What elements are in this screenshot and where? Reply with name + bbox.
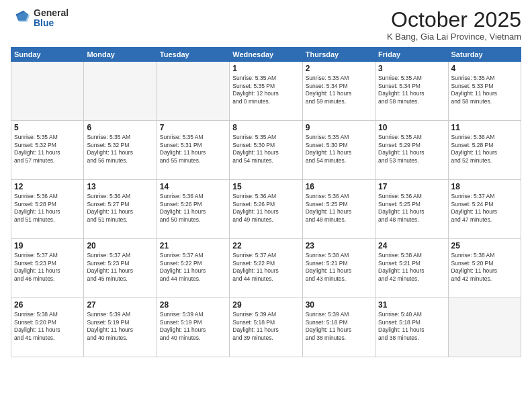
day-number: 21: [160, 241, 226, 250]
day-info: Sunrise: 5:37 AMSunset: 5:23 PMDaylight:…: [14, 252, 81, 283]
table-row: 5Sunrise: 5:35 AMSunset: 5:32 PMDaylight…: [11, 121, 84, 180]
day-info: Sunrise: 5:38 AMSunset: 5:20 PMDaylight:…: [451, 252, 518, 283]
table-row: 2Sunrise: 5:35 AMSunset: 5:34 PMDaylight…: [302, 62, 375, 121]
calendar-week-row: 1Sunrise: 5:35 AMSunset: 5:35 PMDaylight…: [11, 62, 521, 121]
day-number: 14: [160, 182, 226, 191]
day-info: Sunrise: 5:35 AMSunset: 5:35 PMDaylight:…: [232, 75, 299, 105]
header: General Blue October 2025 K Bang, Gia La…: [11, 8, 521, 42]
day-info: Sunrise: 5:36 AMSunset: 5:27 PMDaylight:…: [87, 193, 153, 224]
calendar-week-row: 12Sunrise: 5:36 AMSunset: 5:28 PMDayligh…: [11, 180, 521, 239]
table-row: 6Sunrise: 5:35 AMSunset: 5:32 PMDaylight…: [84, 121, 157, 180]
day-number: 13: [87, 182, 153, 191]
day-number: 4: [451, 64, 518, 73]
calendar-week-row: 26Sunrise: 5:38 AMSunset: 5:20 PMDayligh…: [11, 298, 521, 357]
calendar-table: Sunday Monday Tuesday Wednesday Thursday…: [11, 47, 521, 357]
table-row: 30Sunrise: 5:39 AMSunset: 5:18 PMDayligh…: [302, 298, 375, 357]
calendar-week-row: 5Sunrise: 5:35 AMSunset: 5:32 PMDaylight…: [11, 121, 521, 180]
day-number: 23: [306, 241, 372, 250]
day-info: Sunrise: 5:35 AMSunset: 5:30 PMDaylight:…: [306, 134, 372, 165]
day-number: 24: [378, 241, 445, 250]
day-info: Sunrise: 5:38 AMSunset: 5:21 PMDaylight:…: [378, 252, 445, 283]
table-row: 12Sunrise: 5:36 AMSunset: 5:28 PMDayligh…: [11, 180, 84, 239]
day-number: 15: [232, 182, 299, 191]
day-number: 16: [306, 182, 372, 191]
header-monday: Monday: [84, 48, 157, 62]
table-row: 15Sunrise: 5:36 AMSunset: 5:26 PMDayligh…: [230, 180, 302, 239]
day-info: Sunrise: 5:38 AMSunset: 5:20 PMDaylight:…: [14, 311, 81, 342]
header-thursday: Thursday: [302, 48, 375, 62]
day-info: Sunrise: 5:36 AMSunset: 5:26 PMDaylight:…: [232, 193, 299, 224]
table-row: 4Sunrise: 5:35 AMSunset: 5:33 PMDaylight…: [448, 62, 521, 121]
day-info: Sunrise: 5:37 AMSunset: 5:24 PMDaylight:…: [451, 193, 518, 224]
day-info: Sunrise: 5:35 AMSunset: 5:33 PMDaylight:…: [451, 75, 518, 105]
day-number: 10: [378, 123, 445, 132]
table-row: 10Sunrise: 5:35 AMSunset: 5:29 PMDayligh…: [375, 121, 448, 180]
day-number: 8: [232, 123, 299, 132]
month-title: October 2025: [387, 8, 521, 32]
day-info: Sunrise: 5:36 AMSunset: 5:28 PMDaylight:…: [14, 193, 81, 224]
day-number: 1: [232, 64, 299, 73]
day-number: 7: [160, 123, 226, 132]
logo-text: General Blue: [34, 8, 69, 29]
location-label: K Bang, Gia Lai Province, Vietnam: [387, 32, 521, 42]
header-wednesday: Wednesday: [230, 48, 302, 62]
day-info: Sunrise: 5:35 AMSunset: 5:30 PMDaylight:…: [232, 134, 299, 165]
day-info: Sunrise: 5:35 AMSunset: 5:32 PMDaylight:…: [14, 134, 81, 165]
day-info: Sunrise: 5:36 AMSunset: 5:25 PMDaylight:…: [378, 193, 445, 224]
day-info: Sunrise: 5:35 AMSunset: 5:29 PMDaylight:…: [378, 134, 445, 165]
day-number: 9: [306, 123, 372, 132]
table-row: 8Sunrise: 5:35 AMSunset: 5:30 PMDaylight…: [230, 121, 302, 180]
day-info: Sunrise: 5:39 AMSunset: 5:18 PMDaylight:…: [232, 311, 299, 342]
day-number: 28: [160, 300, 226, 310]
day-number: 6: [87, 123, 153, 132]
day-info: Sunrise: 5:37 AMSunset: 5:22 PMDaylight:…: [160, 252, 226, 283]
table-row: 1Sunrise: 5:35 AMSunset: 5:35 PMDaylight…: [230, 62, 302, 121]
table-row: 22Sunrise: 5:37 AMSunset: 5:22 PMDayligh…: [230, 239, 302, 298]
header-friday: Friday: [375, 48, 448, 62]
table-row: 17Sunrise: 5:36 AMSunset: 5:25 PMDayligh…: [375, 180, 448, 239]
day-number: 3: [378, 64, 445, 73]
table-row: 28Sunrise: 5:39 AMSunset: 5:19 PMDayligh…: [157, 298, 229, 357]
day-number: 30: [306, 300, 372, 310]
day-number: 5: [14, 123, 81, 132]
table-row: 13Sunrise: 5:36 AMSunset: 5:27 PMDayligh…: [84, 180, 157, 239]
day-number: 27: [87, 300, 153, 310]
day-info: Sunrise: 5:39 AMSunset: 5:19 PMDaylight:…: [87, 311, 153, 342]
table-row: 18Sunrise: 5:37 AMSunset: 5:24 PMDayligh…: [448, 180, 521, 239]
logo-blue-label: Blue: [34, 18, 69, 28]
day-info: Sunrise: 5:35 AMSunset: 5:34 PMDaylight:…: [306, 75, 372, 105]
day-number: 18: [451, 182, 518, 191]
day-number: 26: [14, 300, 81, 310]
day-info: Sunrise: 5:40 AMSunset: 5:18 PMDaylight:…: [378, 311, 445, 342]
table-row: 16Sunrise: 5:36 AMSunset: 5:25 PMDayligh…: [302, 180, 375, 239]
table-row: 20Sunrise: 5:37 AMSunset: 5:23 PMDayligh…: [84, 239, 157, 298]
day-info: Sunrise: 5:37 AMSunset: 5:22 PMDaylight:…: [232, 252, 299, 283]
title-block: October 2025 K Bang, Gia Lai Province, V…: [387, 8, 521, 42]
table-row: 7Sunrise: 5:35 AMSunset: 5:31 PMDaylight…: [157, 121, 229, 180]
table-row: 23Sunrise: 5:38 AMSunset: 5:21 PMDayligh…: [302, 239, 375, 298]
table-row: 11Sunrise: 5:36 AMSunset: 5:28 PMDayligh…: [448, 121, 521, 180]
table-row: 31Sunrise: 5:40 AMSunset: 5:18 PMDayligh…: [375, 298, 448, 357]
day-number: 31: [378, 300, 445, 310]
table-row: 25Sunrise: 5:38 AMSunset: 5:20 PMDayligh…: [448, 239, 521, 298]
table-row: [157, 62, 229, 121]
day-number: 2: [306, 64, 372, 73]
day-number: 12: [14, 182, 81, 191]
day-number: 17: [378, 182, 445, 191]
table-row: [448, 298, 521, 357]
day-info: Sunrise: 5:36 AMSunset: 5:25 PMDaylight:…: [306, 193, 372, 224]
day-info: Sunrise: 5:35 AMSunset: 5:31 PMDaylight:…: [160, 134, 226, 165]
weekday-header-row: Sunday Monday Tuesday Wednesday Thursday…: [11, 48, 521, 62]
day-info: Sunrise: 5:37 AMSunset: 5:23 PMDaylight:…: [87, 252, 153, 283]
day-number: 11: [451, 123, 518, 132]
header-sunday: Sunday: [11, 48, 84, 62]
logo-icon: [11, 8, 31, 28]
day-info: Sunrise: 5:36 AMSunset: 5:28 PMDaylight:…: [451, 134, 518, 165]
table-row: 24Sunrise: 5:38 AMSunset: 5:21 PMDayligh…: [375, 239, 448, 298]
day-number: 20: [87, 241, 153, 250]
day-info: Sunrise: 5:39 AMSunset: 5:18 PMDaylight:…: [306, 311, 372, 342]
day-info: Sunrise: 5:35 AMSunset: 5:32 PMDaylight:…: [87, 134, 153, 165]
day-number: 22: [232, 241, 299, 250]
day-info: Sunrise: 5:39 AMSunset: 5:19 PMDaylight:…: [160, 311, 226, 342]
table-row: [84, 62, 157, 121]
